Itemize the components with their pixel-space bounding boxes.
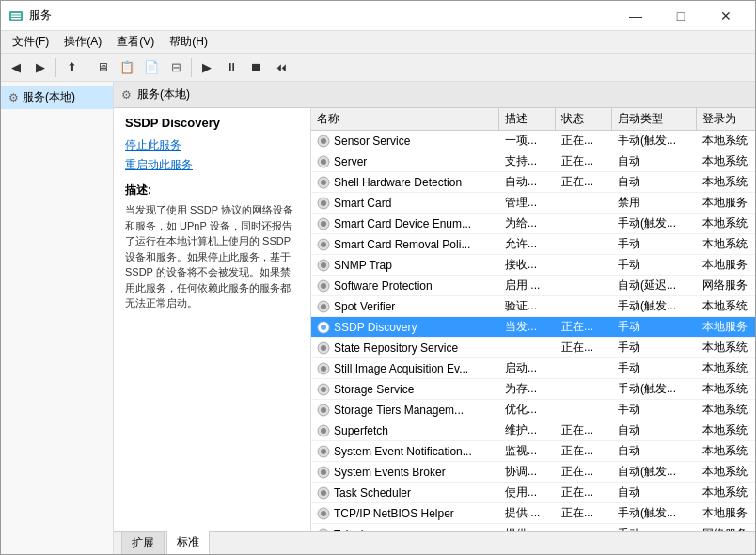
cell-status — [556, 193, 612, 213]
table-row[interactable]: Software Protection启用 ...自动(延迟...网络服务 — [311, 276, 755, 296]
service-icon — [317, 424, 330, 437]
table-row[interactable]: Telephony提供...手动网络服务 — [311, 524, 755, 531]
play-button[interactable]: ▶ — [196, 56, 218, 79]
service-icon — [317, 259, 330, 272]
svg-point-5 — [321, 138, 326, 144]
table-row[interactable]: SNMP Trap接收...手动本地服务 — [311, 255, 755, 276]
toolbar-btn-4[interactable]: 📄 — [140, 56, 163, 79]
cell-name: Telephony — [311, 524, 499, 531]
cell-name: Sensor Service — [311, 131, 499, 151]
table-row[interactable]: Sensor Service一项...正在...手动(触发...本地系统 — [311, 131, 755, 151]
svg-point-19 — [321, 283, 326, 289]
col-header-name[interactable]: 名称 — [311, 108, 499, 130]
show-hide-button[interactable]: 🖥 — [91, 56, 114, 79]
cell-logon: 网络服务 — [697, 524, 755, 531]
table-row[interactable]: State Repository Service正在...手动本地系统 — [311, 338, 755, 358]
menu-file[interactable]: 文件(F) — [5, 32, 56, 52]
cell-logon: 本地系统 — [697, 151, 755, 171]
content-header-icon: ⚙ — [121, 88, 132, 102]
right-panel: 名称 描述 状态 启动类型 登录为 Sensor Service一项...正在.… — [311, 108, 755, 531]
stop-service-link[interactable]: 停止此服务 — [125, 137, 299, 153]
toolbar-btn-5[interactable]: ⊟ — [165, 56, 187, 79]
service-icon — [317, 300, 330, 313]
cell-startup: 自动(延迟... — [612, 276, 697, 295]
cell-status — [556, 524, 612, 531]
title-controls: — □ ✕ — [614, 1, 748, 31]
tab-expand[interactable]: 扩展 — [121, 531, 165, 554]
cell-status: 正在... — [556, 462, 612, 482]
cell-desc: 为给... — [499, 214, 556, 233]
restart-button[interactable]: ⏮ — [269, 56, 291, 79]
toolbar-separator-3 — [191, 58, 192, 77]
title-bar: 服务 — □ ✕ — [1, 1, 755, 31]
cell-status — [556, 296, 612, 316]
svg-point-33 — [321, 428, 326, 434]
tab-standard[interactable]: 标准 — [166, 531, 210, 554]
cell-logon: 本地系统 — [697, 131, 755, 151]
cell-logon: 本地系统 — [697, 296, 755, 316]
close-button[interactable]: ✕ — [704, 1, 748, 31]
cell-status: 正在... — [556, 503, 612, 523]
table-row[interactable]: Superfetch维护...正在...自动本地系统 — [311, 420, 755, 441]
table-row[interactable]: Smart Card管理...禁用本地服务 — [311, 193, 755, 214]
table-row[interactable]: TCP/IP NetBIOS Helper提供 ...正在...手动(触发...… — [311, 503, 755, 524]
svg-point-29 — [321, 387, 326, 392]
pause-button[interactable]: ⏸ — [220, 56, 243, 79]
services-icon: ⚙ — [8, 91, 19, 104]
menu-help[interactable]: 帮助(H) — [162, 32, 215, 52]
service-icon — [317, 155, 330, 168]
cell-name: Software Protection — [311, 276, 499, 295]
table-row[interactable]: Task Scheduler使用...正在...自动本地系统 — [311, 483, 755, 503]
table-row[interactable]: Server支持...正在...自动本地系统 — [311, 151, 755, 172]
cell-name: Storage Tiers Managem... — [311, 400, 499, 420]
service-icon — [317, 341, 330, 355]
table-row[interactable]: System Events Broker协调...正在...自动(触发...本地… — [311, 462, 755, 483]
cell-desc: 优化... — [499, 400, 556, 420]
up-button[interactable]: ⬆ — [60, 56, 83, 79]
cell-desc: 管理... — [499, 193, 556, 213]
svg-rect-2 — [11, 15, 21, 17]
toolbar-btn-3[interactable]: 📋 — [116, 56, 138, 79]
menu-view[interactable]: 查看(V) — [109, 32, 162, 52]
cell-name: Spot Verifier — [311, 296, 499, 316]
table-row[interactable]: SSDP Discovery当发...正在...手动本地服务 — [311, 317, 755, 338]
back-button[interactable]: ◀ — [5, 56, 27, 79]
cell-desc: 自动... — [499, 172, 556, 192]
cell-logon: 本地系统 — [697, 214, 755, 233]
stop-button[interactable]: ⏹ — [244, 56, 267, 79]
table-row[interactable]: Storage Service为存...手动(触发...本地系统 — [311, 379, 755, 400]
table-row[interactable]: Still Image Acquisition Ev...启动...手动本地系统 — [311, 358, 755, 379]
table-header: 名称 描述 状态 启动类型 登录为 — [311, 108, 755, 131]
cell-status — [556, 214, 612, 233]
app-icon — [8, 8, 24, 24]
col-header-status[interactable]: 状态 — [556, 108, 612, 130]
cell-desc: 一项... — [499, 131, 556, 151]
svg-point-15 — [321, 242, 326, 247]
menu-action[interactable]: 操作(A) — [56, 32, 109, 52]
svg-point-37 — [321, 469, 326, 475]
table-row[interactable]: System Event Notification...监视...正在...自动… — [311, 441, 755, 462]
table-row[interactable]: Smart Card Removal Poli...允许...手动本地系统 — [311, 234, 755, 255]
cell-desc: 当发... — [499, 317, 556, 337]
cell-status: 正在... — [556, 338, 612, 357]
col-header-logon[interactable]: 登录为 — [697, 108, 755, 130]
cell-startup: 手动 — [612, 524, 697, 531]
forward-button[interactable]: ▶ — [29, 56, 52, 79]
maximize-button[interactable]: □ — [659, 1, 702, 31]
table-row[interactable]: Smart Card Device Enum...为给...手动(触发...本地… — [311, 214, 755, 234]
toolbar: ◀ ▶ ⬆ 🖥 📋 📄 ⊟ ▶ ⏸ ⏹ ⏮ — [1, 54, 755, 82]
col-header-desc[interactable]: 描述 — [499, 108, 556, 130]
table-row[interactable]: Spot Verifier验证...手动(触发...本地系统 — [311, 296, 755, 317]
cell-startup: 手动 — [612, 338, 697, 357]
col-header-startup[interactable]: 启动类型 — [612, 108, 697, 130]
sidebar-item-local[interactable]: ⚙ 服务(本地) — [1, 86, 113, 109]
cell-name: SSDP Discovery — [311, 317, 499, 337]
restart-service-link[interactable]: 重启动此服务 — [125, 157, 299, 173]
cell-status — [556, 400, 612, 420]
table-row[interactable]: Shell Hardware Detection自动...正在...自动本地系统 — [311, 172, 755, 193]
cell-desc: 支持... — [499, 151, 556, 171]
table-row[interactable]: Storage Tiers Managem...优化...手动本地系统 — [311, 400, 755, 420]
main-window: 服务 — □ ✕ 文件(F) 操作(A) 查看(V) 帮助(H) ◀ ▶ ⬆ 🖥… — [0, 0, 756, 555]
svg-point-39 — [321, 490, 326, 496]
minimize-button[interactable]: — — [614, 1, 657, 31]
